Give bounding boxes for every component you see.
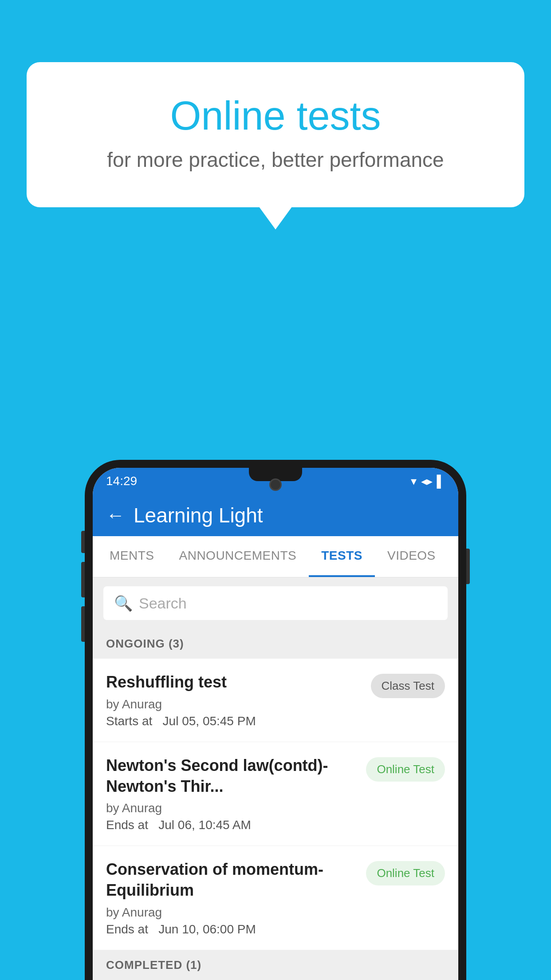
search-container: 🔍 Search <box>93 577 458 629</box>
camera <box>269 478 282 491</box>
app-title: Learning Light <box>134 503 263 527</box>
ongoing-section-header: ONGOING (3) <box>93 629 458 659</box>
test-item[interactable]: Newton's Second law(contd)-Newton's Thir… <box>93 742 458 846</box>
wifi-icon: ▾ <box>411 474 417 488</box>
test-info: Reshuffling test by Anurag Starts at Jul… <box>106 672 371 728</box>
notch <box>249 468 302 481</box>
speech-bubble-container: Online tests for more practice, better p… <box>27 62 524 207</box>
completed-section-header: COMPLETED (1) <box>93 950 458 980</box>
status-icons: ▾ ◂▸ ▌ <box>411 474 445 488</box>
status-time: 14:29 <box>106 474 137 488</box>
test-name: Newton's Second law(contd)-Newton's Thir… <box>106 755 357 797</box>
test-name: Reshuffling test <box>106 672 362 693</box>
volume-down-button <box>81 562 85 597</box>
bubble-title: Online tests <box>62 93 489 139</box>
test-author: by Anurag <box>106 905 357 920</box>
signal-icon: ◂▸ <box>421 474 433 488</box>
test-author: by Anurag <box>106 801 357 815</box>
tab-ments[interactable]: MENTS <box>97 536 167 577</box>
test-item[interactable]: Conservation of momentum-Equilibrium by … <box>93 846 458 950</box>
test-badge: Online Test <box>366 861 445 885</box>
search-placeholder: Search <box>139 595 187 612</box>
test-name: Conservation of momentum-Equilibrium <box>106 859 357 901</box>
tab-bar: MENTS ANNOUNCEMENTS TESTS VIDEOS <box>93 536 458 577</box>
phone: 14:29 ▾ ◂▸ ▌ ← Learning Light MENTS ANNO… <box>85 460 466 980</box>
test-date: Starts at Jul 05, 05:45 PM <box>106 714 362 728</box>
tab-announcements[interactable]: ANNOUNCEMENTS <box>167 536 309 577</box>
power-button <box>466 549 470 584</box>
test-date: Ends at Jul 06, 10:45 AM <box>106 818 357 832</box>
battery-icon: ▌ <box>437 474 445 488</box>
test-badge: Class Test <box>371 674 445 698</box>
test-item[interactable]: Reshuffling test by Anurag Starts at Jul… <box>93 659 458 742</box>
app-bar: ← Learning Light <box>93 494 458 536</box>
search-icon: 🔍 <box>114 594 133 612</box>
test-date: Ends at Jun 10, 06:00 PM <box>106 922 357 937</box>
speech-bubble: Online tests for more practice, better p… <box>27 62 524 207</box>
volume-silent-button <box>81 606 85 642</box>
test-badge: Online Test <box>366 757 445 782</box>
back-button[interactable]: ← <box>106 505 125 526</box>
phone-container: 14:29 ▾ ◂▸ ▌ ← Learning Light MENTS ANNO… <box>85 460 466 980</box>
search-bar[interactable]: 🔍 Search <box>103 586 448 620</box>
test-info: Conservation of momentum-Equilibrium by … <box>106 859 366 937</box>
bubble-subtitle: for more practice, better performance <box>62 148 489 172</box>
volume-up-button <box>81 531 85 553</box>
tab-tests[interactable]: TESTS <box>309 536 375 577</box>
phone-screen: 14:29 ▾ ◂▸ ▌ ← Learning Light MENTS ANNO… <box>93 468 458 980</box>
test-info: Newton's Second law(contd)-Newton's Thir… <box>106 755 366 833</box>
test-author: by Anurag <box>106 697 362 711</box>
tab-videos[interactable]: VIDEOS <box>375 536 448 577</box>
